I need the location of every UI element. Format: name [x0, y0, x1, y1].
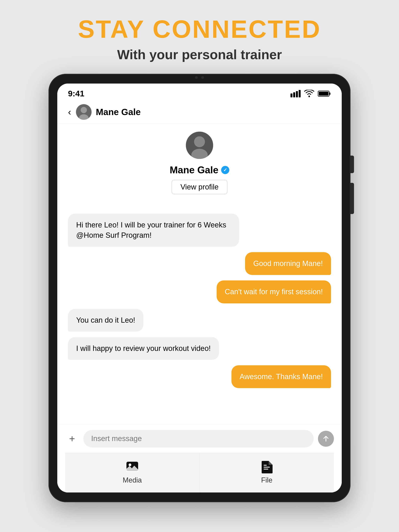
- page-title: STAY CONNECTED: [78, 16, 321, 43]
- send-button[interactable]: [318, 431, 334, 447]
- message-row: Hi there Leo! I will be your trainer for…: [68, 214, 331, 247]
- svg-rect-3: [299, 90, 301, 97]
- file-button[interactable]: File: [200, 453, 334, 493]
- battery-icon: [318, 90, 331, 97]
- profile-name: Mane Gale: [170, 164, 219, 176]
- signal-icon: [290, 90, 301, 97]
- message-bubble-6: Awesome. Thanks Mane!: [232, 365, 331, 388]
- plus-button[interactable]: +: [65, 432, 79, 446]
- input-row: +: [65, 430, 334, 448]
- svg-point-4: [309, 96, 310, 97]
- wifi-icon: [304, 90, 314, 98]
- tablet-frame: 9:41: [49, 74, 350, 502]
- svg-rect-18: [264, 465, 267, 466]
- svg-rect-0: [290, 94, 292, 97]
- page-subtitle: With your personal trainer: [78, 47, 321, 62]
- message-row: Good morning Mane!: [68, 252, 331, 275]
- camera-notch: [195, 76, 204, 79]
- action-bar: Media File: [65, 453, 334, 493]
- message-bubble-1: Hi there Leo! I will be your trainer for…: [68, 214, 239, 247]
- back-button[interactable]: ‹: [68, 107, 71, 117]
- svg-point-15: [129, 463, 131, 466]
- profile-avatar: [186, 132, 213, 159]
- message-row: Can't wait for my first session!: [68, 280, 331, 303]
- camera-dot: [195, 76, 198, 79]
- message-bubble-4: You can do it Leo!: [68, 309, 143, 332]
- chat-area: Mane Gale ✓ View profile Hi there Leo! I…: [57, 124, 342, 424]
- svg-rect-2: [296, 91, 298, 97]
- file-icon: [260, 460, 273, 473]
- image-icon: [126, 460, 139, 473]
- file-label: File: [261, 476, 272, 484]
- svg-rect-1: [293, 92, 295, 97]
- svg-rect-6: [329, 93, 330, 95]
- view-profile-button[interactable]: View profile: [172, 180, 227, 194]
- nav-avatar: [76, 104, 91, 120]
- messages-list: Hi there Leo! I will be your trainer for…: [68, 214, 331, 416]
- status-bar: 9:41: [57, 83, 342, 100]
- send-icon: [322, 435, 330, 443]
- svg-rect-17: [264, 469, 268, 469]
- nav-contact-name: Mane Gale: [96, 107, 141, 117]
- message-bubble-5: I will happy to review your workout vide…: [68, 337, 219, 360]
- camera-dot-2: [201, 76, 204, 79]
- message-row: You can do it Leo!: [68, 309, 331, 332]
- profile-name-row: Mane Gale ✓: [170, 164, 229, 176]
- input-area: + Media: [57, 424, 342, 493]
- message-input[interactable]: [83, 430, 314, 448]
- message-row: Awesome. Thanks Mane!: [68, 365, 331, 388]
- svg-rect-16: [264, 467, 270, 468]
- tablet-screen: 9:41: [57, 83, 342, 493]
- media-button[interactable]: Media: [65, 453, 200, 493]
- message-bubble-2: Good morning Mane!: [245, 252, 331, 275]
- status-time: 9:41: [68, 89, 84, 98]
- page-header: STAY CONNECTED With your personal traine…: [78, 16, 321, 62]
- media-label: Media: [123, 476, 142, 484]
- status-icons: [290, 90, 331, 98]
- verified-badge: ✓: [221, 166, 229, 174]
- nav-bar: ‹ Mane Gale: [57, 100, 342, 124]
- svg-rect-7: [319, 92, 328, 96]
- message-row: I will happy to review your workout vide…: [68, 337, 331, 360]
- svg-point-9: [81, 107, 87, 113]
- svg-point-12: [194, 136, 205, 147]
- profile-section: Mane Gale ✓ View profile: [68, 132, 331, 202]
- message-bubble-3: Can't wait for my first session!: [217, 280, 331, 303]
